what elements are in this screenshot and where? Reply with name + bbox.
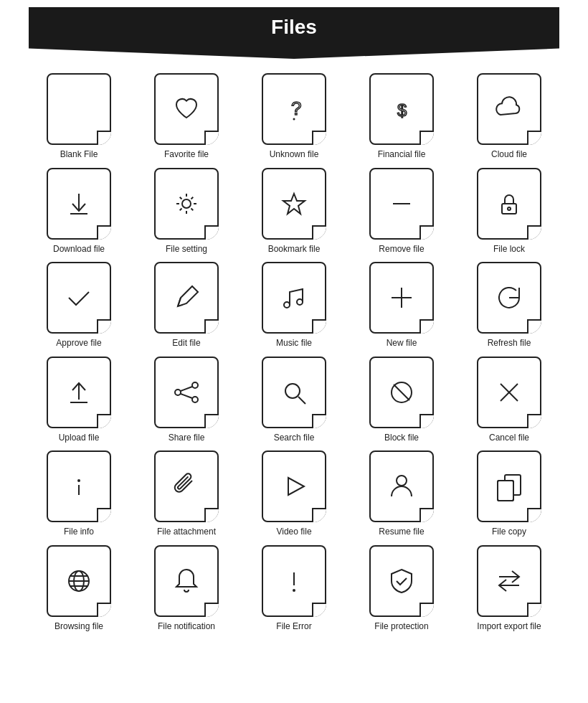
edit-file-label: Edit file [172,338,200,349]
cancel-file[interactable]: Cancel file [459,357,559,444]
import-export-file-label: Import export file [477,621,541,633]
refresh-file[interactable]: Refresh file [459,262,559,349]
unknown-file[interactable]: ?Unknown file [244,73,344,161]
svg-point-12 [297,299,303,305]
upload-file-label: Upload file [59,433,100,444]
file-info-label: File info [64,527,94,538]
upload-file-wrapper [47,357,111,428]
file-setting-label: File setting [166,244,207,255]
svg-rect-33 [498,481,513,501]
financial-file-label: Financial file [378,149,426,161]
download-file[interactable]: Download file [29,168,129,255]
edit-file-wrapper [154,262,219,334]
file-error-label: File Error [276,621,311,633]
svg-marker-6 [283,194,305,214]
video-file-label: Video file [276,527,311,538]
share-file[interactable]: Share file [136,357,237,444]
import-export-file[interactable]: Import export file [459,545,559,633]
file-attachment-wrapper [154,450,219,522]
share-file-wrapper [154,357,219,428]
file-copy[interactable]: File copy [459,450,559,538]
file-info[interactable]: File info [29,450,129,538]
music-file-label: Music file [276,338,312,349]
import-export-file-wrapper [477,545,541,617]
block-file-wrapper [369,357,434,428]
new-file[interactable]: New file [351,262,452,349]
search-file[interactable]: Search file [244,357,344,444]
svg-line-20 [181,387,192,391]
bookmark-file-label: Bookmark file [268,244,321,255]
file-error[interactable]: File Error [244,545,344,633]
resume-file-label: Resume file [379,527,424,538]
svg-point-31 [397,476,407,486]
approve-file[interactable]: Approve file [29,262,129,349]
svg-rect-8 [502,204,516,214]
file-notification-wrapper [154,545,219,617]
cloud-file[interactable]: Cloud file [459,73,559,161]
new-file-wrapper [369,262,434,334]
cancel-file-label: Cancel file [489,433,529,444]
search-file-wrapper [262,357,326,428]
page-header: Files [29,7,559,59]
file-attachment[interactable]: File attachment [136,450,237,538]
svg-line-21 [181,394,192,398]
file-protection-label: File protection [374,621,428,633]
remove-file-wrapper [369,168,434,240]
file-protection[interactable]: File protection [351,545,452,633]
remove-file[interactable]: Remove file [351,168,452,255]
music-file[interactable]: Music file [244,262,344,349]
financial-file[interactable]: $Financial file [351,73,452,161]
svg-marker-30 [288,478,304,495]
cloud-file-wrapper [477,73,541,145]
bookmark-file[interactable]: Bookmark file [244,168,344,255]
svg-point-18 [192,397,198,402]
new-file-label: New file [387,338,417,349]
blank-file[interactable]: Blank File [29,73,129,161]
block-file-label: Block file [384,433,419,444]
video-file[interactable]: Video file [244,450,344,538]
svg-point-28 [77,479,80,482]
file-lock-wrapper [477,168,541,240]
svg-point-22 [285,384,300,398]
file-error-wrapper [262,545,326,617]
svg-line-25 [394,384,409,400]
file-info-wrapper [47,450,111,522]
block-file[interactable]: Block file [351,357,452,444]
cloud-file-label: Cloud file [491,149,527,161]
file-notification[interactable]: File notification [136,545,237,633]
resume-file[interactable]: Resume file [351,450,452,538]
favorite-file[interactable]: Favorite file [136,73,237,161]
icons-grid: Blank FileFavorite file?Unknown file$Fin… [29,73,559,633]
svg-text:?: ? [291,98,301,119]
svg-point-1 [293,118,295,121]
file-lock[interactable]: File lock [459,168,559,255]
file-copy-label: File copy [492,527,526,538]
download-file-label: Download file [53,244,105,255]
financial-file-wrapper: $ [369,73,434,145]
svg-point-9 [508,207,511,210]
search-file-label: Search file [274,433,315,444]
file-protection-wrapper [369,545,434,617]
file-setting-wrapper [154,168,219,240]
unknown-file-wrapper: ? [262,73,326,145]
svg-point-41 [293,589,295,592]
blank-file-label: Blank File [60,149,98,161]
page-title: Files [271,16,317,38]
browsing-file-label: Browsing file [54,621,103,633]
music-file-wrapper [262,262,326,334]
upload-file[interactable]: Upload file [29,357,129,444]
bookmark-file-wrapper [262,168,326,240]
favorite-file-label: Favorite file [164,149,209,161]
svg-point-11 [284,302,290,308]
svg-point-19 [175,390,181,395]
blank-file-wrapper [47,73,111,145]
approve-file-label: Approve file [56,338,101,349]
svg-text:$: $ [397,100,407,120]
resume-file-wrapper [369,450,434,522]
refresh-file-wrapper [477,262,541,334]
file-copy-wrapper [477,450,541,522]
browsing-file[interactable]: Browsing file [29,545,129,633]
file-setting[interactable]: File setting [136,168,237,255]
svg-line-23 [298,397,305,404]
edit-file[interactable]: Edit file [136,262,237,349]
